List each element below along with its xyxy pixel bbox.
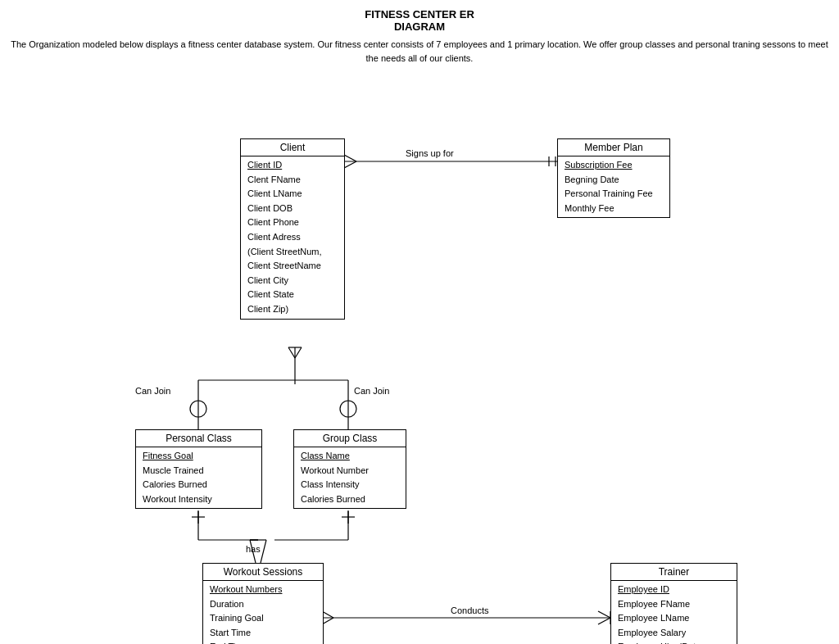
entity-workout-sessions-body: Workout Numbers Duration Training Goal S…: [203, 581, 323, 644]
entity-client: Client Client ID Clent FName Client LNam…: [240, 138, 345, 320]
entity-client-body: Client ID Clent FName Client LName Clien…: [241, 156, 344, 319]
entity-member-plan-header: Member Plan: [558, 139, 669, 156]
svg-line-1: [344, 155, 356, 161]
attr-subscription-fee: Subscription Fee: [565, 158, 663, 173]
title-block: FITNESS CENTER ER DIAGRAM: [8, 8, 831, 33]
attr-start-time: Start Time: [210, 626, 316, 641]
svg-line-32: [322, 618, 333, 624]
label-has: has: [246, 544, 261, 554]
entity-trainer-header: Trainer: [611, 564, 737, 581]
entity-group-class: Group Class Class Name Workout Number Cl…: [293, 429, 406, 509]
attr-client-streetname: Client StreetName: [247, 259, 338, 274]
attr-client-phone: Client Phone: [247, 215, 338, 230]
entity-group-class-body: Class Name Workout Number Class Intensit…: [294, 447, 406, 508]
attr-client-zip: Client Zip): [247, 302, 338, 317]
svg-line-36: [598, 618, 610, 624]
attr-client-state: Client State: [247, 288, 338, 302]
attr-muscle-trained: Muscle Trained: [143, 464, 255, 478]
entity-workout-sessions-header: Workout Sessions: [203, 564, 323, 581]
attr-workout-numbers: Workout Numbers: [210, 583, 316, 597]
svg-line-9: [295, 347, 302, 358]
attr-fitness-goal: Fitness Goal: [143, 449, 255, 464]
label-signs-up-for: Signs up for: [406, 148, 454, 158]
entity-member-plan: Member Plan Subscription Fee Begning Dat…: [557, 138, 670, 218]
attr-employee-id: Employee ID: [618, 583, 730, 597]
page-title-line1: FITNESS CENTER ER: [8, 8, 831, 20]
attr-client-fname: Clent FName: [247, 173, 338, 188]
attr-workout-intensity: Workout Intensity: [143, 492, 255, 507]
attr-duration: Duration: [210, 597, 316, 612]
attr-employee-fname: Employee FName: [618, 597, 730, 612]
attr-calories-burned-gc: Calories Burned: [301, 492, 399, 507]
attr-end-time: End Time: [210, 640, 316, 644]
attr-client-streetnum: (Client StreetNum,: [247, 245, 338, 260]
entity-personal-class: Personal Class Fitness Goal Muscle Train…: [135, 429, 262, 509]
attr-training-goal: Training Goal: [210, 611, 316, 626]
svg-point-17: [340, 401, 356, 417]
attr-client-adress: Client Adress: [247, 230, 338, 245]
attr-client-dob: Client DOB: [247, 202, 338, 216]
attr-class-intensity: Class Intensity: [301, 478, 399, 492]
entity-trainer-body: Employee ID Employee FName Employee LNam…: [611, 581, 737, 644]
svg-line-35: [598, 611, 610, 618]
label-can-join-group: Can Join: [354, 386, 389, 396]
page-title-line2: DIAGRAM: [8, 20, 831, 33]
entity-personal-class-header: Personal Class: [136, 430, 261, 447]
attr-employee-hireddate: Employee HiredDate: [618, 640, 730, 644]
label-conducts: Conducts: [451, 605, 488, 615]
svg-line-28: [261, 540, 266, 563]
attr-client-id: Client ID: [247, 158, 338, 173]
attr-personal-training-fee: Personal Training Fee: [565, 187, 663, 202]
attr-employee-lname: Employee LName: [618, 611, 730, 626]
attr-class-name: Class Name: [301, 449, 399, 464]
attr-client-city: Client City: [247, 274, 338, 288]
entity-workout-sessions: Workout Sessions Workout Numbers Duratio…: [202, 563, 324, 644]
entity-member-plan-body: Subscription Fee Begning Date Personal T…: [558, 156, 669, 217]
svg-line-2: [344, 161, 356, 168]
attr-employee-salary: Employee Salary: [618, 626, 730, 641]
attr-workout-number: Workout Number: [301, 464, 399, 478]
connector-layer: [8, 73, 831, 644]
label-can-join-personal: Can Join: [135, 386, 170, 396]
entity-client-header: Client: [241, 139, 344, 156]
entity-group-class-header: Group Class: [294, 430, 406, 447]
svg-line-8: [288, 347, 295, 358]
attr-calories-burned-pc: Calories Burned: [143, 478, 255, 492]
attr-begning-date: Begning Date: [565, 173, 663, 188]
attr-monthly-fee: Monthly Fee: [565, 202, 663, 216]
svg-point-15: [190, 401, 206, 417]
page: FITNESS CENTER ER DIAGRAM The Organizati…: [0, 0, 839, 644]
description: The Organization modeled below displays …: [8, 38, 831, 65]
svg-line-31: [322, 611, 333, 618]
entity-trainer: Trainer Employee ID Employee FName Emplo…: [610, 563, 737, 644]
diagram-area: Signs up for Can Join Can Join has Condu…: [8, 73, 831, 644]
entity-personal-class-body: Fitness Goal Muscle Trained Calories Bur…: [136, 447, 261, 508]
attr-client-lname: Client LName: [247, 187, 338, 202]
